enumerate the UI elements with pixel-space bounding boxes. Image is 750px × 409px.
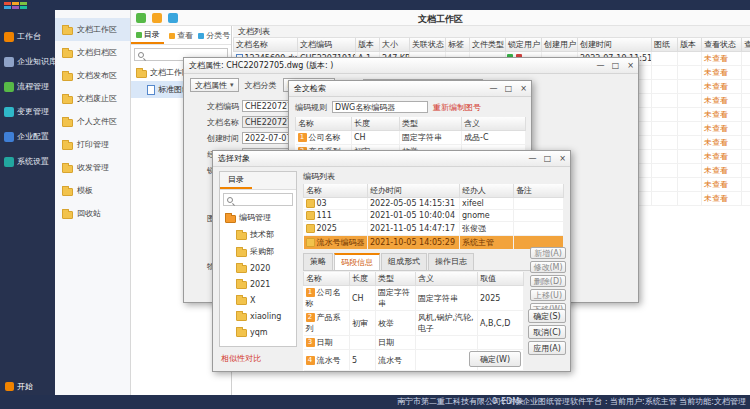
- rule-input[interactable]: [332, 101, 428, 113]
- column-header[interactable]: 锁定用户: [506, 38, 542, 52]
- column-header[interactable]: 长度: [352, 117, 400, 131]
- column-header[interactable]: 含义: [416, 272, 478, 286]
- tab-strategy[interactable]: 策略: [303, 253, 333, 270]
- column-header[interactable]: 类型: [400, 117, 462, 131]
- ok-button[interactable]: 确定(W): [469, 351, 521, 367]
- column-header[interactable]: 名称: [304, 272, 350, 286]
- column-header[interactable]: 创建时间: [578, 38, 652, 52]
- tree-item-2021[interactable]: 2021: [220, 276, 296, 292]
- column-header[interactable]: 文档名称: [234, 38, 298, 52]
- column-header[interactable]: 图纸: [652, 38, 678, 52]
- similarity-compare-link[interactable]: 相似性对比: [221, 353, 261, 364]
- column-header[interactable]: 查看状态: [702, 38, 742, 52]
- minimize-icon[interactable]: —: [486, 81, 501, 96]
- segment-number-icon: 3: [306, 338, 315, 347]
- dialog-title-bar[interactable]: 全文检索 — □ ×: [289, 81, 531, 97]
- recreate-code-link[interactable]: 重新编制图号: [433, 102, 481, 113]
- column-header[interactable]: 名称: [296, 117, 352, 131]
- nav-item-print[interactable]: 打印管理: [55, 133, 130, 156]
- maximize-icon[interactable]: □: [540, 151, 555, 166]
- column-header[interactable]: 查看时间: [742, 38, 750, 52]
- tab-operation-log[interactable]: 操作日志: [428, 253, 474, 270]
- tree-item-2020[interactable]: 2020: [220, 260, 296, 276]
- start-button[interactable]: 开始: [5, 381, 33, 392]
- edit-button[interactable]: 修改(M): [530, 261, 566, 273]
- table-row[interactable]: 20252021-11-05 14:47:17张俊强: [304, 222, 564, 236]
- nav-label: 个人文件区: [77, 116, 117, 127]
- dialog-title-bar[interactable]: 文档属性: CHC22072705.dwg (版本: ) — □ ×: [184, 58, 638, 74]
- move-up-button[interactable]: 上移(U): [530, 289, 566, 301]
- sidebar-item-change[interactable]: 变更管理: [0, 99, 55, 124]
- column-header[interactable]: 类型: [376, 272, 416, 286]
- tree-item-xiaoling[interactable]: xiaoling: [220, 308, 296, 324]
- tab-directory[interactable]: 目录: [220, 172, 252, 189]
- minimize-icon[interactable]: —: [593, 58, 608, 73]
- column-header[interactable]: 备注: [514, 184, 564, 198]
- table-row[interactable]: 032022-05-05 14:15:31xifeel: [304, 198, 564, 210]
- sidebar-item-workbench[interactable]: 工作台: [0, 24, 55, 49]
- nav-item-doc-obsolete[interactable]: 文档废止区: [55, 87, 130, 110]
- tab-segment-info[interactable]: 码段信息: [334, 253, 380, 270]
- code-list-table[interactable]: 名称经办时间经办人备注032022-05-05 14:15:31xifeel11…: [303, 184, 564, 250]
- tab-composition[interactable]: 组成形式: [381, 253, 427, 270]
- code-search-input[interactable]: [236, 195, 289, 204]
- column-header[interactable]: 文档编码: [298, 38, 356, 52]
- close-icon[interactable]: ×: [555, 151, 570, 166]
- sidebar-item-knowledge[interactable]: 企业知识库: [0, 49, 55, 74]
- column-header[interactable]: 经办人: [460, 184, 514, 198]
- nav-item-recycle[interactable]: 回收站: [55, 202, 130, 225]
- close-icon[interactable]: ×: [623, 58, 638, 73]
- doc-properties-dropdown[interactable]: 文档属性▾: [190, 78, 239, 92]
- nav-item-doc-workspace[interactable]: 文档工作区: [55, 18, 130, 41]
- add-button[interactable]: 新增(A): [530, 247, 566, 259]
- cancel-button[interactable]: 取消(C): [528, 325, 566, 339]
- table-row[interactable]: 1112021-01-05 10:40:04gnome: [304, 210, 564, 222]
- table-row[interactable]: 1公司名称CH固定字符串成品-C: [296, 131, 526, 145]
- column-header[interactable]: 长度: [350, 272, 376, 286]
- table-row[interactable]: 流水号编码器2021-10-05 14:05:29系统主管: [304, 236, 564, 250]
- column-header[interactable]: 版本: [678, 38, 702, 52]
- close-icon[interactable]: ×: [516, 81, 531, 96]
- tree-item-tech-dept[interactable]: 技术部: [220, 226, 296, 243]
- folder-icon: [62, 165, 73, 173]
- nav-item-personal-files[interactable]: 个人文件区: [55, 110, 130, 133]
- sidebar-item-process[interactable]: 流程管理: [0, 74, 55, 99]
- column-header[interactable]: 文件类型: [470, 38, 506, 52]
- folder-icon: [236, 249, 247, 257]
- main-sidebar: 工作台 企业知识库 流程管理 变更管理 企业配置 系统设置 开始: [0, 10, 55, 395]
- column-header[interactable]: 关联状态: [410, 38, 446, 52]
- maximize-icon[interactable]: □: [608, 58, 623, 73]
- delete-button[interactable]: 删除(D): [530, 275, 566, 287]
- column-header[interactable]: 创建用户: [542, 38, 578, 52]
- tree-root-code-management[interactable]: 编码管理: [220, 209, 296, 226]
- nav-item-dispatch[interactable]: 收发管理: [55, 156, 130, 179]
- tab-view[interactable]: 查看: [164, 26, 197, 44]
- column-header[interactable]: 取值: [478, 272, 524, 286]
- nav-item-template[interactable]: 模板: [55, 179, 130, 202]
- table-row[interactable]: 1公司名称CH固定字符串固定字符串2025: [304, 286, 524, 311]
- dialog-title-bar[interactable]: 选择对象 — □ ×: [213, 151, 570, 167]
- sidebar-item-settings[interactable]: 系统设置: [0, 149, 55, 174]
- column-header[interactable]: 标签: [446, 38, 470, 52]
- column-header[interactable]: 经办时间: [368, 184, 460, 198]
- confirm-button[interactable]: 确定(S): [528, 309, 566, 323]
- nav-item-doc-publish[interactable]: 文档发布区: [55, 64, 130, 87]
- sidebar-item-config[interactable]: 企业配置: [0, 124, 55, 149]
- tab-directory[interactable]: 目录: [131, 26, 164, 44]
- code-search-box[interactable]: [223, 193, 293, 206]
- table-row[interactable]: 2产品系列初审枚举风机,锅炉,汽轮,电子A,B,C,D: [304, 311, 524, 336]
- tab-classification[interactable]: 分类号: [198, 26, 231, 44]
- apply-button[interactable]: 应用(A): [528, 341, 566, 355]
- column-header[interactable]: 含义: [462, 117, 526, 131]
- code-directory-panel: 目录 编码管理 技术部 采购部 2020 2021 X xiaoling yqm: [219, 171, 297, 347]
- table-row[interactable]: 3日期日期: [304, 336, 524, 350]
- maximize-icon[interactable]: □: [501, 81, 516, 96]
- nav-item-doc-archive[interactable]: 文档归档区: [55, 41, 130, 64]
- minimize-icon[interactable]: —: [525, 151, 540, 166]
- tree-item-purchase-dept[interactable]: 采购部: [220, 243, 296, 260]
- tree-item-x[interactable]: X: [220, 292, 296, 308]
- column-header[interactable]: 版本: [356, 38, 380, 52]
- column-header[interactable]: 大小: [380, 38, 410, 52]
- column-header[interactable]: 名称: [304, 184, 368, 198]
- tree-item-yqm[interactable]: yqm: [220, 324, 296, 340]
